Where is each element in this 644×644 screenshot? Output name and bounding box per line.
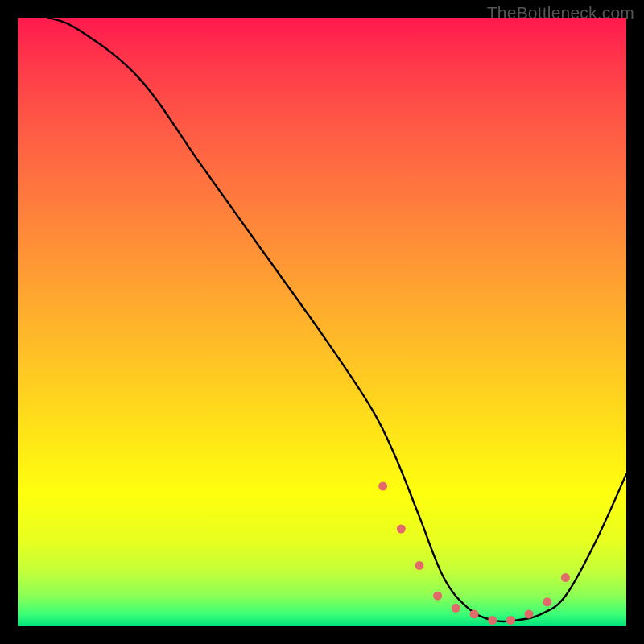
marker-dot [525,609,534,618]
bottleneck-curve [48,18,626,621]
marker-dot [397,525,406,534]
marker-dot [470,609,479,618]
marker-dot [506,616,515,625]
curve-overlay [18,18,626,626]
plot-area [18,18,626,626]
marker-dot [488,616,497,625]
optimal-range-dots [378,482,570,625]
marker-dot [415,561,424,570]
marker-dot [561,573,570,582]
chart-stage: TheBottleneck.com [0,0,644,644]
marker-dot [543,597,551,606]
marker-dot [433,592,442,601]
marker-dot [378,482,387,491]
marker-dot [452,604,460,613]
